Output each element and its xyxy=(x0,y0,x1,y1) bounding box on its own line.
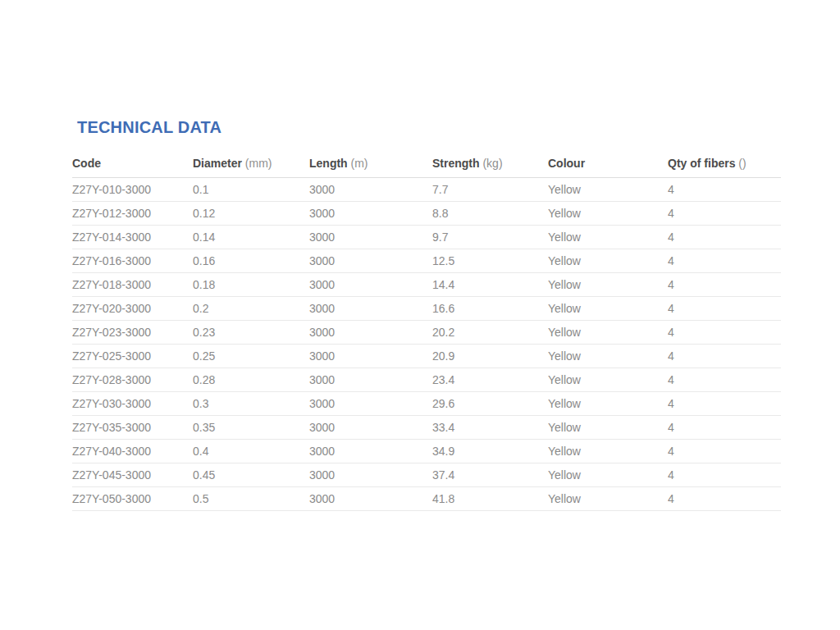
table-cell: 9.7 xyxy=(432,226,548,249)
table-cell: 0.1 xyxy=(193,178,309,202)
table-cell: Yellow xyxy=(548,440,668,463)
table-body: Z27Y-010-30000.130007.7Yellow4Z27Y-012-3… xyxy=(72,178,781,511)
table-cell: Z27Y-014-3000 xyxy=(72,226,193,249)
table-cell: 4 xyxy=(668,321,781,345)
table-row: Z27Y-023-30000.23300020.2Yellow4 xyxy=(72,321,781,345)
table-cell: 3000 xyxy=(309,487,432,511)
column-header-code: Code xyxy=(72,157,193,178)
table-cell: 0.3 xyxy=(193,392,309,416)
column-unit: (m) xyxy=(351,157,368,170)
table-cell: 0.28 xyxy=(193,368,309,392)
table-cell: 4 xyxy=(668,416,781,440)
table-cell: 3000 xyxy=(309,226,432,249)
table-cell: 14.4 xyxy=(432,273,548,297)
table-cell: 4 xyxy=(668,178,781,202)
table-cell: Yellow xyxy=(548,463,668,487)
table-cell: Z27Y-050-3000 xyxy=(72,487,193,511)
column-label: Qty of fibers xyxy=(668,157,735,170)
table-cell: 0.5 xyxy=(193,487,309,511)
table-cell: 0.4 xyxy=(193,440,309,463)
table-cell: 0.25 xyxy=(193,345,309,368)
column-label: Diameter xyxy=(193,157,242,170)
table-cell: 0.35 xyxy=(193,416,309,440)
table-cell: 0.23 xyxy=(193,321,309,345)
table-cell: Z27Y-040-3000 xyxy=(72,440,193,463)
table-row: Z27Y-018-30000.18300014.4Yellow4 xyxy=(72,273,781,297)
table-cell: Yellow xyxy=(548,178,668,202)
table-cell: 33.4 xyxy=(432,416,548,440)
table-cell: Z27Y-018-3000 xyxy=(72,273,193,297)
table-cell: 0.12 xyxy=(193,202,309,226)
table-cell: 3000 xyxy=(309,178,432,202)
table-cell: Yellow xyxy=(548,345,668,368)
table-cell: 34.9 xyxy=(432,440,548,463)
technical-data-page: TECHNICAL DATA Code Diameter (mm) Length… xyxy=(0,0,840,630)
table-cell: 4 xyxy=(668,297,781,321)
table-cell: 4 xyxy=(668,345,781,368)
column-header-colour: Colour xyxy=(548,157,668,178)
table-cell: 23.4 xyxy=(432,368,548,392)
table-cell: Yellow xyxy=(548,202,668,226)
table-row: Z27Y-020-30000.2300016.6Yellow4 xyxy=(72,297,781,321)
table-cell: 12.5 xyxy=(432,249,548,273)
table-cell: 4 xyxy=(668,202,781,226)
table-row: Z27Y-012-30000.1230008.8Yellow4 xyxy=(72,202,781,226)
table-cell: 8.8 xyxy=(432,202,548,226)
table-cell: 3000 xyxy=(309,345,432,368)
table-cell: Z27Y-023-3000 xyxy=(72,321,193,345)
table-cell: 4 xyxy=(668,368,781,392)
column-header-diameter: Diameter (mm) xyxy=(193,157,309,178)
table-cell: 4 xyxy=(668,392,781,416)
table-row: Z27Y-016-30000.16300012.5Yellow4 xyxy=(72,249,781,273)
table-cell: 20.2 xyxy=(432,321,548,345)
table-cell: 3000 xyxy=(309,202,432,226)
column-label: Strength xyxy=(432,157,480,170)
table-cell: 37.4 xyxy=(432,463,548,487)
table-cell: 3000 xyxy=(309,368,432,392)
table-cell: 0.2 xyxy=(193,297,309,321)
table-cell: 0.14 xyxy=(193,226,309,249)
table-cell: 4 xyxy=(668,226,781,249)
table-header-row: Code Diameter (mm) Length (m) Strength (… xyxy=(72,157,781,178)
table-cell: 7.7 xyxy=(432,178,548,202)
column-header-strength: Strength (kg) xyxy=(432,157,548,178)
table-header: Code Diameter (mm) Length (m) Strength (… xyxy=(72,157,781,178)
table-cell: Yellow xyxy=(548,487,668,511)
table-cell: 4 xyxy=(668,440,781,463)
table-cell: 3000 xyxy=(309,321,432,345)
table-cell: Yellow xyxy=(548,226,668,249)
table-cell: Yellow xyxy=(548,416,668,440)
table-cell: Yellow xyxy=(548,249,668,273)
table-cell: 41.8 xyxy=(432,487,548,511)
table-cell: Yellow xyxy=(548,392,668,416)
technical-data-table: Code Diameter (mm) Length (m) Strength (… xyxy=(72,157,781,511)
table-row: Z27Y-014-30000.1430009.7Yellow4 xyxy=(72,226,781,249)
table-cell: 16.6 xyxy=(432,297,548,321)
column-header-qty-of-fibers: Qty of fibers () xyxy=(668,157,781,178)
table-cell: Yellow xyxy=(548,321,668,345)
table-cell: Z27Y-020-3000 xyxy=(72,297,193,321)
table-row: Z27Y-040-30000.4300034.9Yellow4 xyxy=(72,440,781,463)
column-label: Length xyxy=(309,157,348,170)
table-cell: Z27Y-030-3000 xyxy=(72,392,193,416)
table-cell: 29.6 xyxy=(432,392,548,416)
table-cell: 0.45 xyxy=(193,463,309,487)
column-unit: (kg) xyxy=(482,157,502,170)
table-cell: 3000 xyxy=(309,440,432,463)
table-cell: 3000 xyxy=(309,297,432,321)
column-header-length: Length (m) xyxy=(309,157,432,178)
column-label: Colour xyxy=(548,157,585,170)
table-row: Z27Y-025-30000.25300020.9Yellow4 xyxy=(72,345,781,368)
table-cell: 0.16 xyxy=(193,249,309,273)
table-cell: Yellow xyxy=(548,297,668,321)
table-cell: 3000 xyxy=(309,463,432,487)
table-row: Z27Y-035-30000.35300033.4Yellow4 xyxy=(72,416,781,440)
table-cell: Z27Y-016-3000 xyxy=(72,249,193,273)
table-row: Z27Y-028-30000.28300023.4Yellow4 xyxy=(72,368,781,392)
table-cell: Yellow xyxy=(548,368,668,392)
table-cell: Z27Y-045-3000 xyxy=(72,463,193,487)
table-cell: 4 xyxy=(668,487,781,511)
table-cell: 3000 xyxy=(309,416,432,440)
table-cell: 3000 xyxy=(309,249,432,273)
table-row: Z27Y-045-30000.45300037.4Yellow4 xyxy=(72,463,781,487)
